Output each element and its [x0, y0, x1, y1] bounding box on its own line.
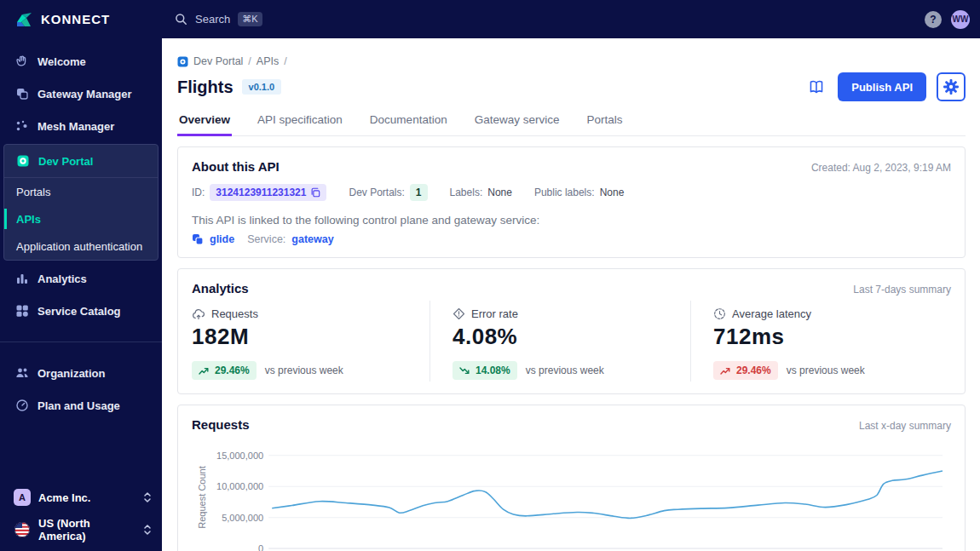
svg-text:0: 0 [258, 543, 263, 551]
clock-icon [713, 307, 726, 320]
error-rate-value: 4.08% [453, 324, 690, 350]
sidebar-item-apis[interactable]: APIs [4, 205, 158, 232]
error-rate-trend-badge: 14.08% [453, 361, 517, 380]
sidebar-item-application-authentication[interactable]: Application authentication [4, 232, 158, 260]
tab-bar: Overview API specification Documentation… [177, 113, 966, 136]
breadcrumb-dev-portal-icon [177, 56, 188, 67]
dev-portal-icon [16, 154, 30, 168]
analytics-card-title: Analytics [192, 281, 249, 296]
requests-chart-card: Requests Last x-day summary 05,000,00010… [177, 405, 966, 551]
sidebar-item-analytics[interactable]: Analytics [0, 262, 162, 295]
org-name: Acme Inc. [38, 491, 135, 504]
chevron-up-down-icon [143, 523, 152, 537]
svg-text:15,000,000: 15,000,000 [216, 451, 263, 461]
org-badge: A [14, 489, 31, 506]
sidebar-item-label: Service Catalog [37, 305, 121, 318]
created-timestamp: Created: Aug 2, 2023, 9:19 AM [811, 162, 951, 174]
logo-text: KONNECT [41, 12, 110, 26]
docs-book-button[interactable] [805, 77, 827, 97]
organization-icon [15, 366, 29, 380]
us-flag-icon [14, 521, 31, 538]
sidebar-item-service-catalog[interactable]: Service Catalog [0, 295, 162, 327]
wave-icon [15, 55, 29, 68]
control-plane-link[interactable]: glide [210, 233, 234, 245]
sidebar-item-label: Welcome [37, 55, 86, 68]
analytics-icon [15, 272, 29, 285]
help-button[interactable]: ? [925, 11, 942, 28]
public-labels-label: Public labels: [534, 187, 595, 198]
org-switcher[interactable]: A Acme Inc. [0, 481, 162, 514]
version-badge: v0.1.0 [242, 79, 282, 95]
metric-requests: Requests 182M [192, 301, 429, 382]
gear-icon [943, 79, 959, 95]
settings-gear-button[interactable] [937, 72, 966, 101]
sidebar-item-label: Analytics [37, 273, 87, 285]
sidebar-item-organization[interactable]: Organization [0, 357, 162, 389]
api-id-badge[interactable]: 3124123911231321 [210, 184, 326, 201]
about-api-card: About this API Created: Aug 2, 2023, 9:1… [177, 146, 966, 258]
sidebar-item-label: Dev Portal [38, 155, 93, 168]
metric-error-rate: Error rate 4.08% [429, 301, 690, 382]
about-card-title: About this API [192, 159, 280, 174]
metric-average-latency: Average latency 712ms [690, 301, 951, 382]
sidebar-item-label: Gateway Manager [37, 88, 132, 100]
public-labels-value: None [600, 187, 625, 198]
sidebar-group-dev-portal: Dev Portal Portals APIs Application auth… [3, 144, 159, 261]
search-label: Search [195, 13, 230, 26]
sidebar-item-portals[interactable]: Portals [4, 178, 158, 205]
global-search[interactable]: Search ⌘K [175, 12, 262, 26]
plan-usage-icon [15, 399, 29, 412]
labels-label: Labels: [450, 187, 483, 198]
analytics-summary-note: Last 7-days summary [853, 284, 951, 296]
tab-gateway-service[interactable]: Gateway service [473, 113, 562, 135]
svg-text:Request Count: Request Count [197, 466, 207, 528]
svg-text:5,000,000: 5,000,000 [222, 513, 263, 523]
breadcrumb-link-dev-portal[interactable]: Dev Portal [193, 55, 243, 67]
dev-portals-count-badge: 1 [410, 184, 428, 201]
search-icon [175, 13, 187, 26]
sidebar-divider [0, 342, 162, 342]
user-avatar[interactable]: WW [951, 10, 970, 29]
sidebar-item-mesh-manager[interactable]: Mesh Manager [0, 110, 162, 142]
main-content: Dev Portal / APIs / Flights v0.1.0 Publi… [162, 38, 980, 551]
svg-text:10,000,000: 10,000,000 [216, 481, 263, 491]
tab-portals[interactable]: Portals [585, 113, 624, 135]
analytics-card: Analytics Last 7-days summary Requests 1… [177, 268, 966, 394]
konnect-logo-icon [14, 10, 33, 29]
sidebar-item-gateway-manager[interactable]: Gateway Manager [0, 77, 162, 110]
linked-description: This API is linked to the following cont… [192, 214, 951, 227]
region-name: US (North America) [38, 517, 135, 542]
sidebar-item-label: Plan and Usage [37, 399, 120, 412]
sidebar: Welcome Gateway Manager Mesh Manager [0, 38, 162, 551]
requests-trend-badge: 29.46% [192, 361, 257, 380]
tab-api-specification[interactable]: API specification [256, 113, 344, 135]
breadcrumb: Dev Portal / APIs / [177, 55, 966, 67]
top-bar: KONNECT Search ⌘K ? WW [0, 0, 980, 38]
trend-down-icon [459, 366, 470, 376]
sidebar-item-dev-portal[interactable]: Dev Portal [4, 145, 158, 177]
id-label: ID: [192, 187, 205, 198]
breadcrumb-link-apis[interactable]: APIs [257, 55, 279, 67]
sidebar-item-label: Organization [37, 367, 105, 380]
cloud-icon [192, 308, 205, 320]
control-plane-icon [192, 233, 204, 245]
requests-line-chart: 05,000,00010,000,00015,000,000Request Co… [192, 437, 951, 551]
logo[interactable]: KONNECT [0, 10, 162, 29]
gateway-service-link[interactable]: gateway [291, 233, 333, 245]
tab-documentation[interactable]: Documentation [368, 113, 449, 135]
sidebar-item-welcome[interactable]: Welcome [0, 45, 162, 77]
publish-api-button[interactable]: Publish API [838, 72, 926, 101]
service-label: Service: [247, 233, 285, 245]
trend-up-icon [720, 366, 731, 376]
requests-value: 182M [192, 324, 429, 350]
copy-icon[interactable] [310, 187, 320, 198]
latency-value: 712ms [713, 324, 951, 350]
dev-portals-label: Dev Portals: [349, 187, 404, 198]
region-switcher[interactable]: US (North America) [0, 514, 162, 546]
tab-overview[interactable]: Overview [177, 113, 232, 136]
chevron-up-down-icon [143, 491, 152, 504]
trend-up-icon [199, 366, 210, 376]
page-title: Flights [177, 77, 233, 97]
sidebar-item-plan-and-usage[interactable]: Plan and Usage [0, 389, 162, 422]
requests-summary-note: Last x-day summary [859, 420, 951, 432]
